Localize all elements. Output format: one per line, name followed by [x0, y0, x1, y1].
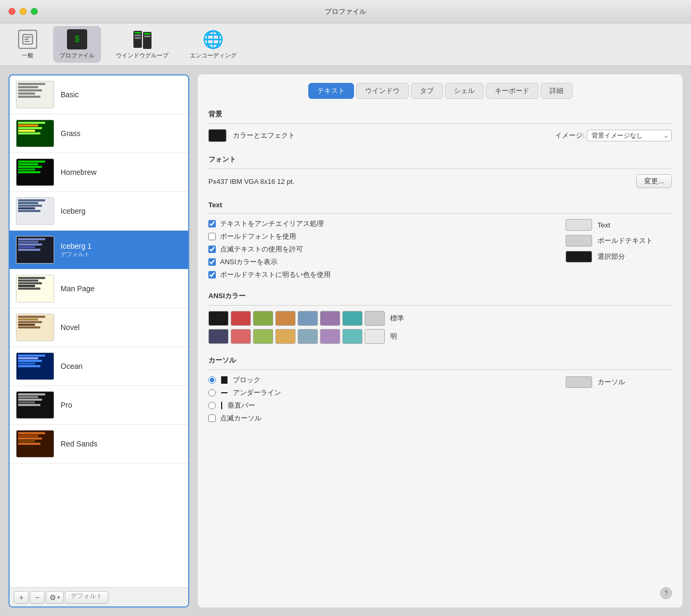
text-title: Text: [208, 201, 672, 209]
add-profile-button[interactable]: +: [14, 591, 29, 604]
minimize-button[interactable]: [20, 8, 27, 15]
ansi-bright-3[interactable]: [275, 329, 296, 344]
profile-info-iceberg: Iceberg: [61, 207, 86, 215]
background-section: 背景 カラーとエフェクト イメージ: 背景イメージなし: [208, 109, 672, 146]
ansi-standard-2[interactable]: [253, 311, 273, 326]
ansi-standard-3[interactable]: [275, 311, 296, 326]
text-checkboxes-col: テキストをアンチエイリアス処理 ボールドフォントを使用 点滅テキストの使用を許可…: [208, 219, 557, 283]
profile-info-basic: Basic: [61, 90, 79, 99]
cursor-vbar-radio[interactable]: [208, 402, 216, 409]
profile-subtitle-iceberg1: デフォルト: [61, 250, 91, 258]
profile-item-ocean[interactable]: Ocean: [10, 347, 188, 386]
remove-profile-button[interactable]: −: [30, 591, 45, 604]
set-default-button[interactable]: デフォルト: [65, 591, 108, 604]
background-image-select[interactable]: 背景イメージなし: [587, 130, 672, 141]
profile-item-novel[interactable]: Novel: [10, 308, 188, 347]
profile-name-manpage: Man Page: [61, 284, 95, 293]
title-bar: プロファイル: [0, 0, 691, 23]
ansi-standard-1[interactable]: [231, 311, 251, 326]
encoding-label: エンコーディング: [190, 52, 237, 60]
background-row: カラーとエフェクト イメージ: 背景イメージなし: [208, 129, 672, 142]
profile-name-ocean: Ocean: [61, 362, 82, 370]
ansi-bright-7[interactable]: [365, 329, 385, 344]
ansi-title: ANSIカラー: [208, 291, 672, 301]
help-button[interactable]: ?: [660, 587, 672, 599]
profile-thumb-pro: [16, 391, 54, 419]
blink-label: 点滅テキストの使用を許可: [220, 244, 303, 254]
text-color-swatch[interactable]: [566, 219, 592, 231]
bold-bright-checkbox[interactable]: [208, 271, 216, 279]
profiles-sidebar: Basic Grass: [9, 74, 189, 607]
profile-item-redsands[interactable]: Red Sands: [10, 425, 188, 463]
ansi-bright-0[interactable]: [208, 329, 229, 344]
ansi-color-row: ANSIカラーを表示: [208, 257, 557, 267]
selection-color-item: 選択部分: [566, 251, 672, 263]
ansi-bright-1[interactable]: [231, 329, 251, 344]
blink-cursor-label: 点滅カーソル: [220, 414, 262, 423]
profile-item-iceberg[interactable]: Iceberg: [10, 192, 188, 231]
tab-detail[interactable]: 詳細: [541, 83, 572, 99]
ansi-color-checkbox[interactable]: [208, 258, 216, 266]
ansi-bright-4[interactable]: [298, 329, 318, 344]
ansi-standard-4[interactable]: [298, 311, 318, 326]
toolbar-item-encoding[interactable]: 🌐 エンコーディング: [183, 26, 243, 63]
profile-name-novel: Novel: [61, 323, 80, 332]
bold-color-item: ボールドテキスト: [566, 235, 672, 247]
cursor-color-swatch[interactable]: [566, 376, 592, 388]
ansi-standard-row: 標準: [208, 311, 672, 326]
bold-text-color-swatch[interactable]: [566, 235, 592, 247]
cursor-vbar-row: 垂直バー: [208, 401, 557, 410]
profile-name-homebrew: Homebrew: [61, 168, 97, 176]
change-font-button[interactable]: 変更...: [636, 174, 672, 188]
tab-shell[interactable]: シェル: [445, 83, 484, 99]
profile-item-iceberg1[interactable]: Iceberg 1 デフォルト: [10, 231, 188, 269]
settings-tab-bar: テキスト ウインドウ タブ シェル キーボード 詳細: [208, 83, 672, 99]
cursor-underline-radio[interactable]: [208, 389, 216, 396]
profile-item-grass[interactable]: Grass: [10, 114, 188, 153]
ansi-standard-7[interactable]: [365, 311, 385, 326]
bold-font-checkbox[interactable]: [208, 233, 216, 240]
ansi-bright-6[interactable]: [342, 329, 363, 344]
close-button[interactable]: [9, 8, 15, 15]
profile-item-manpage[interactable]: Man Page: [10, 269, 188, 308]
ansi-bright-2[interactable]: [253, 329, 273, 344]
ansi-standard-0[interactable]: [208, 311, 229, 326]
toolbar-item-general[interactable]: 一般: [11, 26, 45, 63]
gear-menu-button[interactable]: ⚙ ▾: [46, 591, 64, 604]
cursor-underline-label: アンダーライン: [233, 388, 281, 398]
background-color-swatch[interactable]: [208, 129, 226, 142]
underline-cursor-icon: [221, 392, 227, 393]
ansi-bright-5[interactable]: [320, 329, 340, 344]
antialias-checkbox[interactable]: [208, 220, 216, 227]
tab-window[interactable]: ウインドウ: [356, 83, 409, 99]
toolbar-item-profiles[interactable]: $ プロファイル: [53, 26, 101, 63]
profile-name-grass: Grass: [61, 129, 80, 138]
background-title: 背景: [208, 109, 672, 119]
profile-item-homebrew[interactable]: Homebrew: [10, 153, 188, 192]
text-colors-col: Text ボールドテキスト 選択部分: [566, 219, 672, 283]
ansi-standard-5[interactable]: [320, 311, 340, 326]
profile-item-pro[interactable]: Pro: [10, 386, 188, 425]
general-label: 一般: [22, 52, 33, 60]
svg-rect-2: [24, 39, 29, 40]
cursor-block-radio[interactable]: [208, 376, 216, 384]
cursor-options-col: ブロック アンダーライン 垂直バー 点滅カーソル: [208, 375, 557, 426]
profile-thumb-manpage: [16, 275, 54, 302]
bold-font-row: ボールドフォントを使用: [208, 232, 557, 241]
profile-item-basic[interactable]: Basic: [10, 75, 188, 114]
blink-cursor-checkbox[interactable]: [208, 415, 216, 422]
tab-keyboard[interactable]: キーボード: [486, 83, 538, 99]
maximize-button[interactable]: [31, 8, 38, 15]
antialias-label: テキストをアンチエイリアス処理: [220, 219, 324, 229]
ansi-standard-6[interactable]: [342, 311, 363, 326]
traffic-lights: [9, 8, 38, 15]
tab-tab[interactable]: タブ: [411, 83, 443, 99]
cursor-vbar-label: 垂直バー: [227, 401, 255, 410]
blink-checkbox[interactable]: [208, 246, 216, 253]
toolbar-item-window-groups[interactable]: ウインドウグループ: [109, 26, 175, 63]
text-color-label: Text: [597, 221, 610, 229]
tab-text[interactable]: テキスト: [308, 83, 354, 99]
profiles-list: Basic Grass: [10, 75, 188, 587]
cursor-color-label: カーソル: [597, 377, 625, 387]
selection-color-swatch[interactable]: [566, 251, 592, 263]
